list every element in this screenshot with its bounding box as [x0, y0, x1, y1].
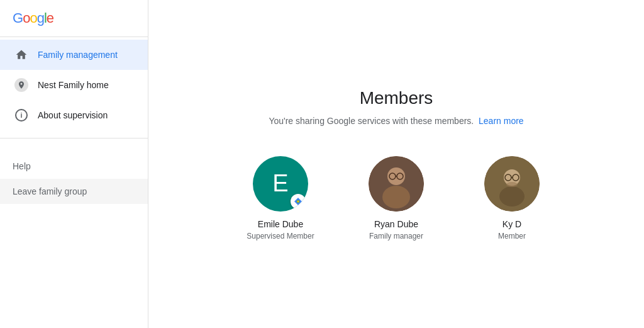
- help-label: Help: [13, 161, 31, 171]
- members-list: E Emile Dube Supervised Member: [243, 156, 550, 240]
- svg-point-15: [506, 182, 518, 187]
- logo-o2: o: [30, 10, 36, 26]
- member-name-ryan: Ryan Dube: [374, 219, 418, 229]
- photo-ryan: [369, 156, 424, 212]
- sidebar-item-nest-family-home-label: Nest Family home: [38, 80, 109, 90]
- member-role-ky: Member: [498, 232, 526, 240]
- member-role-emile: Supervised Member: [247, 232, 314, 240]
- leave-family-label: Leave family group: [13, 186, 87, 196]
- sidebar-item-family-management-label: Family management: [38, 50, 118, 60]
- members-subtitle: You're sharing Google services with thes…: [269, 116, 523, 126]
- logo-g2: g: [37, 10, 44, 26]
- logo-e: e: [47, 10, 53, 26]
- avatar-ky: [484, 156, 540, 212]
- main-content: Members You're sharing Google services w…: [148, 0, 644, 328]
- svg-point-5: [382, 186, 410, 208]
- member-card-emile: E Emile Dube Supervised Member: [243, 156, 318, 240]
- svg-point-11: [499, 186, 525, 206]
- avatar-ryan: [369, 156, 424, 212]
- sidebar-link-help[interactable]: Help: [0, 154, 148, 179]
- avatar-emile-initial: E: [272, 170, 288, 197]
- sidebar-item-about-supervision-label: About supervision: [38, 110, 108, 120]
- member-card-ky: Ky D Member: [474, 156, 550, 240]
- photo-ky: [484, 156, 540, 212]
- sidebar-item-nest-family-home[interactable]: Nest Family home: [0, 70, 148, 100]
- member-role-ryan: Family manager: [369, 232, 423, 240]
- member-card-ryan: Ryan Dube Family manager: [358, 156, 434, 240]
- sidebar-item-family-management[interactable]: Family management: [0, 40, 148, 70]
- home-icon: [13, 48, 30, 61]
- members-title: Members: [360, 88, 433, 108]
- google-logo-container: Google: [0, 0, 148, 34]
- info-circle-icon: i: [13, 109, 30, 122]
- logo-g: G: [13, 10, 23, 26]
- member-name-ky: Ky D: [502, 219, 521, 229]
- divider-top: [0, 37, 148, 37]
- logo-o1: o: [23, 10, 30, 26]
- sidebar-links: Help Leave family group: [0, 149, 148, 204]
- learn-more-link[interactable]: Learn more: [479, 116, 524, 126]
- avatar-emile: E: [253, 156, 308, 212]
- sidebar: Google Family management Nest Family hom…: [0, 0, 148, 328]
- sidebar-item-about-supervision[interactable]: i About supervision: [0, 100, 148, 130]
- nest-icon: [13, 78, 30, 92]
- google-logo: Google: [13, 10, 53, 26]
- gpay-badge-emile: [291, 194, 306, 209]
- member-name-emile: Emile Dube: [258, 219, 303, 229]
- divider-bottom: [0, 138, 148, 139]
- members-subtitle-text: You're sharing Google services with thes…: [269, 116, 474, 126]
- sidebar-link-leave-family[interactable]: Leave family group: [0, 179, 148, 204]
